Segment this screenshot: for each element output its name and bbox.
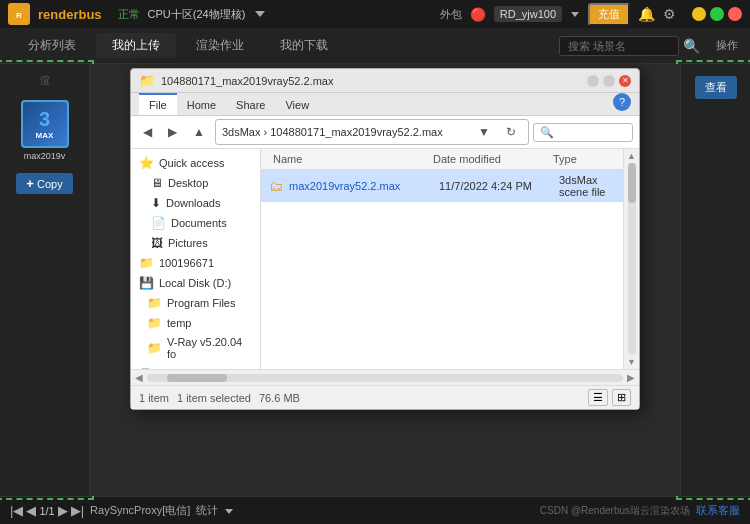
app-status: 正常 [118,7,140,22]
ribbon-spacer [319,93,613,115]
exp-toolbar: ◀ ▶ ▲ 3dsMax › 104880171_max2019vray52.2… [131,116,639,149]
close-button[interactable] [728,7,742,21]
file-type: 3dsMax scene file [559,174,615,198]
exp-minimize-button[interactable] [587,75,599,87]
file-item[interactable]: 3 MAX max2019v [17,96,73,165]
exp-scrollbar[interactable]: ▲ ▼ [623,149,639,369]
view-button[interactable]: 查看 [695,76,737,99]
tab-download[interactable]: 我的下载 [264,33,344,58]
col-name[interactable]: Name [269,152,429,166]
bell-icon[interactable]: 🔔 [638,6,655,22]
pager-next-btn[interactable]: ▶ [58,503,68,518]
hscroll-track[interactable] [147,374,623,382]
scroll-thumb[interactable] [628,163,636,203]
stats-label[interactable]: 统计 [196,503,218,518]
user-badge[interactable]: RD_yjw100 [494,6,562,22]
col-date[interactable]: Date modified [429,152,549,166]
sidebar-item-temp[interactable]: 📁 temp [131,313,260,333]
ribbon-tab-file[interactable]: File [139,93,177,115]
top-bar: R renderbus 正常 CPU十区(24物理核) 外包 🔴 RD_yjw1… [0,0,750,28]
task-label[interactable]: 联系客服 [696,503,740,518]
documents-label: Documents [171,217,227,229]
view-grid-btn[interactable]: ⊞ [612,389,631,406]
maximize-button[interactable] [710,7,724,21]
external-ip-label: 外包 [440,7,462,22]
exp-maximize-button[interactable] [603,75,615,87]
file-row[interactable]: 🗂 max2019vray52.2.max 11/7/2022 4:24 PM … [261,170,623,202]
exp-breadcrumb[interactable]: 3dsMax › 104880171_max2019vray52.2.max ▼… [215,119,529,145]
user-dropdown-icon[interactable] [570,9,580,19]
vray-label: V-Ray v5.20.04 fo [167,336,252,360]
sidebar-item-downloads[interactable]: ⬇ Downloads [131,193,260,213]
pager-info: 1/1 [39,505,54,517]
proxy-label: RaySyncProxy[电信] [90,503,190,518]
watermark: CSDN @Renderbus瑞云渲染农场 [540,504,690,518]
col-type[interactable]: Type [549,152,615,166]
ribbon-tab-home[interactable]: Home [177,93,226,115]
pager-first-btn[interactable]: |◀ [10,503,23,518]
right-panel: 查看 [680,64,750,496]
search-icon[interactable]: 🔍 [683,38,700,54]
search-input[interactable] [559,36,679,56]
view-list-btn[interactable]: ☰ [588,389,608,406]
charge-button[interactable]: 充值 [588,3,630,26]
scroll-down-btn[interactable]: ▼ [627,357,636,367]
ribbon-tab-view[interactable]: View [275,93,319,115]
exp-close-button[interactable]: ✕ [619,75,631,87]
hscroll-right-btn[interactable]: ▶ [627,372,635,383]
hscroll-left-btn[interactable]: ◀ [135,372,143,383]
minimize-button[interactable] [692,7,706,21]
nav-forward-button[interactable]: ▶ [162,122,183,142]
programfiles-label: Program Files [167,297,235,309]
tab-upload[interactable]: 我的上传 [96,33,176,58]
refresh-button[interactable]: ↻ [500,122,522,142]
folder-100196671-label: 100196671 [159,257,214,269]
stats-dropdown-icon[interactable] [224,506,234,516]
panel-label: 渲 [4,72,85,90]
sidebar-item-100196671[interactable]: 📁 100196671 [131,253,260,273]
ribbon-tab-share[interactable]: Share [226,93,275,115]
breadcrumb-dropdown[interactable]: ▼ [472,122,496,142]
cpu-info: CPU十区(24物理核) [148,7,246,22]
localdisk-label: Local Disk (D:) [159,277,231,289]
vray-icon: 📁 [147,341,162,355]
nav-tabs: 分析列表 我的上传 渲染作业 我的下载 🔍 操作 [0,28,750,64]
exp-titlebar: 📁 104880171_max2019vray52.2.max ✕ [131,69,639,93]
status-count: 1 item [139,392,169,404]
pictures-label: Pictures [168,237,208,249]
search-box-icon: 🔍 [540,126,554,139]
downloads-icon: ⬇ [151,196,161,210]
downloads-label: Downloads [166,197,220,209]
copy-label: Copy [37,178,63,190]
alert-icon: 🔴 [470,7,486,22]
settings-icon[interactable]: ⚙ [663,6,676,22]
file-ext-label: MAX [36,131,54,140]
dropdown-icon[interactable] [253,7,267,21]
scroll-track[interactable] [628,163,636,355]
exp-body: ⭐ Quick access 🖥 Desktop ⬇ Downloads [131,149,639,369]
copy-button[interactable]: + Copy [16,173,72,194]
logo-icon: R [8,3,30,25]
sidebar-item-vray[interactable]: 📁 V-Ray v5.20.04 fo [131,333,260,363]
sidebar-item-documents[interactable]: 📄 Documents [131,213,260,233]
sidebar-item-desktop[interactable]: 🖥 Desktop [131,173,260,193]
sidebar-item-thispc[interactable]: 🖥 This PC [131,363,260,369]
explorer-window: 📁 104880171_max2019vray52.2.max ✕ File H… [130,68,640,410]
sidebar-item-programfiles[interactable]: 📁 Program Files [131,293,260,313]
exp-title: 104880171_max2019vray52.2.max [161,75,581,87]
sidebar-item-quickaccess[interactable]: ⭐ Quick access [131,153,260,173]
tab-analysis[interactable]: 分析列表 [12,33,92,58]
nav-back-button[interactable]: ◀ [137,122,158,142]
ops-label: 操作 [716,38,738,53]
exp-window-controls: ✕ [587,75,631,87]
help-icon[interactable]: ? [613,93,631,111]
sidebar-item-pictures[interactable]: 🖼 Pictures [131,233,260,253]
hscroll-thumb[interactable] [167,374,227,382]
pager-last-btn[interactable]: ▶| [71,503,84,518]
exp-search-box[interactable]: 🔍 [533,123,633,142]
sidebar-item-localdisk[interactable]: 💾 Local Disk (D:) [131,273,260,293]
pager-prev-btn[interactable]: ◀ [26,503,36,518]
tab-render[interactable]: 渲染作业 [180,33,260,58]
scroll-up-btn[interactable]: ▲ [627,151,636,161]
nav-up-button[interactable]: ▲ [187,122,211,142]
